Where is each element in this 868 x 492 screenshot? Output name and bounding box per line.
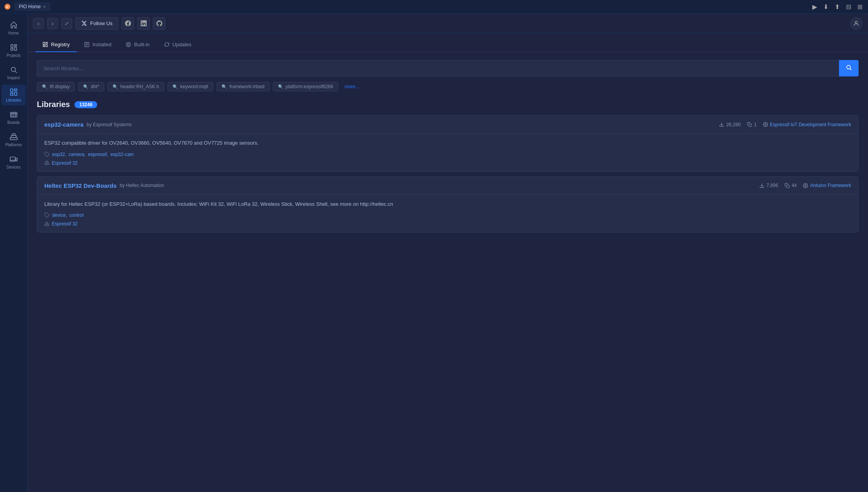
facebook-button[interactable] — [122, 17, 134, 30]
tag-icon-1 — [44, 212, 50, 218]
upload-button[interactable]: ⬆ — [833, 2, 841, 11]
svg-line-35 — [850, 69, 852, 70]
sidebar-item-devices[interactable]: Devices — [2, 152, 26, 172]
tag-1-0[interactable]: device, — [52, 212, 67, 218]
svg-rect-4 — [11, 48, 13, 50]
svg-rect-2 — [11, 45, 13, 47]
card-platform-0: Espressif 32 — [44, 160, 851, 166]
serial-monitor-button[interactable]: ⊟ — [844, 2, 853, 11]
search-button-icon — [846, 64, 852, 71]
card-description-1: Library for Heltec ESP32 (or ESP32+LoRa)… — [44, 200, 851, 208]
card-title-1[interactable]: Heltec ESP32 Dev-Boards — [44, 182, 116, 189]
chip-platform-espressif[interactable]: 🔍 platform:espressif8266 — [273, 82, 338, 91]
pio-logo: P — [4, 3, 11, 10]
more-chips-link[interactable]: more... — [341, 82, 362, 91]
follow-us-button[interactable]: Follow Us — [75, 17, 118, 30]
home-icon — [9, 21, 18, 29]
svg-point-23 — [855, 21, 857, 24]
twitter-icon — [81, 20, 87, 26]
title-bar-actions: ▶ ⬇ ⬆ ⊟ ⊞ — [811, 2, 864, 11]
toolbar: ‹ › ⤢ Follow Us — [27, 14, 868, 33]
facebook-icon — [125, 20, 131, 26]
search-input[interactable] — [37, 60, 839, 76]
title-bar: P PIO Home × ▶ ⬇ ⬆ ⊟ ⊞ — [0, 0, 868, 14]
tab-installed[interactable]: Installed — [77, 38, 118, 52]
chip-search-icon-2: 🔍 — [113, 84, 118, 89]
tab-updates[interactable]: Updates — [157, 38, 198, 52]
sidebar-item-home[interactable]: Home — [2, 18, 26, 38]
chip-header-rh[interactable]: 🔍 header:RH_ASK.h — [107, 82, 164, 91]
run-button[interactable]: ▶ — [811, 2, 819, 11]
sidebar-projects-label: Projects — [6, 53, 20, 58]
sidebar-item-inspect[interactable]: Inspect — [2, 62, 26, 83]
sidebar-item-platforms[interactable]: Platforms — [2, 129, 26, 150]
chip-dht[interactable]: 🔍 dht* — [78, 82, 104, 91]
card-body-1: Library for Heltec ESP32 (or ESP32+LoRa)… — [37, 195, 858, 232]
built-in-tab-icon — [125, 42, 131, 47]
chip-label-2: header:RH_ASK.h — [120, 84, 159, 89]
sidebar-libraries-label: Libraries — [6, 98, 21, 102]
title-tab: PIO Home × — [14, 2, 50, 11]
tag-0-1[interactable]: camera, — [69, 152, 85, 157]
chip-tft-display[interactable]: 🔍 tft display — [37, 82, 75, 91]
sidebar-home-label: Home — [8, 31, 19, 35]
sidebar-boards-label: Boards — [7, 120, 20, 125]
svg-rect-49 — [46, 222, 47, 223]
svg-rect-26 — [43, 45, 45, 47]
sidebar-item-libraries[interactable]: Libraries — [2, 85, 26, 105]
follow-us-label: Follow Us — [90, 20, 113, 26]
sidebar-item-boards[interactable]: Boards — [2, 107, 26, 128]
copy-icon-1 — [784, 183, 790, 188]
projects-icon — [9, 43, 18, 52]
registry-tab-icon — [42, 42, 48, 47]
sidebar-platforms-label: Platforms — [5, 143, 22, 147]
svg-point-34 — [847, 65, 850, 69]
copies-count-0: 1 — [754, 122, 757, 127]
linkedin-button[interactable] — [137, 17, 150, 30]
layout-button[interactable]: ⊞ — [856, 2, 864, 11]
linkedin-icon — [141, 20, 147, 26]
svg-rect-25 — [46, 42, 47, 44]
debug-button[interactable]: ⬇ — [822, 2, 830, 11]
tab-built-in[interactable]: Built-in — [118, 38, 157, 52]
tab-registry[interactable]: Registry — [35, 38, 77, 52]
svg-rect-8 — [10, 89, 13, 92]
svg-rect-5 — [14, 47, 16, 50]
forward-button[interactable]: › — [47, 18, 58, 29]
card-title-0[interactable]: esp32-camera — [44, 121, 84, 128]
card-header-0: esp32-camera by Espressif Systems 26,280 — [37, 116, 858, 134]
back-button[interactable]: ‹ — [33, 18, 44, 29]
tag-0-2[interactable]: espressif, — [88, 152, 108, 157]
tag-0-0[interactable]: esp32, — [52, 152, 66, 157]
platforms-icon — [9, 133, 18, 141]
card-body-0: ESP32 compatible driver for OV2640, OV36… — [37, 134, 858, 171]
platform-link-0[interactable]: Espressif 32 — [52, 160, 78, 166]
svg-rect-44 — [786, 185, 789, 187]
downloads-meta-1: 7,896 — [759, 183, 778, 188]
chip-keyword-mqtt[interactable]: 🔍 keyword:mqtt — [167, 82, 213, 91]
framework-link-0[interactable]: Espressif IoT Development Framework — [770, 122, 851, 127]
tab-registry-label: Registry — [51, 42, 70, 47]
tag-0-3[interactable]: esp32-cam — [111, 152, 134, 157]
close-tab-button[interactable]: × — [43, 4, 45, 9]
svg-rect-21 — [16, 158, 17, 161]
chip-search-icon-0: 🔍 — [42, 84, 47, 89]
search-button[interactable] — [839, 60, 859, 76]
copy-icon-0 — [747, 122, 752, 127]
github-button[interactable] — [153, 17, 165, 30]
edit-button[interactable]: ⤢ — [61, 18, 72, 29]
platform-link-1[interactable]: Espressif 32 — [52, 221, 78, 227]
platform-icon-0 — [44, 160, 49, 165]
svg-rect-37 — [749, 124, 752, 127]
framework-link-1[interactable]: Arduino Framework — [810, 183, 851, 188]
card-meta-1: 7,896 44 — [759, 183, 851, 188]
updates-tab-icon — [164, 42, 170, 47]
chip-framework-mbed[interactable]: 🔍 framework:mbed — [216, 82, 269, 91]
user-avatar-button[interactable] — [850, 17, 863, 30]
download-icon-1 — [759, 183, 764, 188]
sidebar-item-projects[interactable]: Projects — [2, 40, 26, 61]
tag-1-1[interactable]: control — [69, 212, 84, 218]
card-by-0: by Espressif Systems — [87, 122, 132, 127]
sidebar: Home Projects Inspect — [0, 14, 27, 492]
svg-rect-42 — [46, 161, 47, 162]
